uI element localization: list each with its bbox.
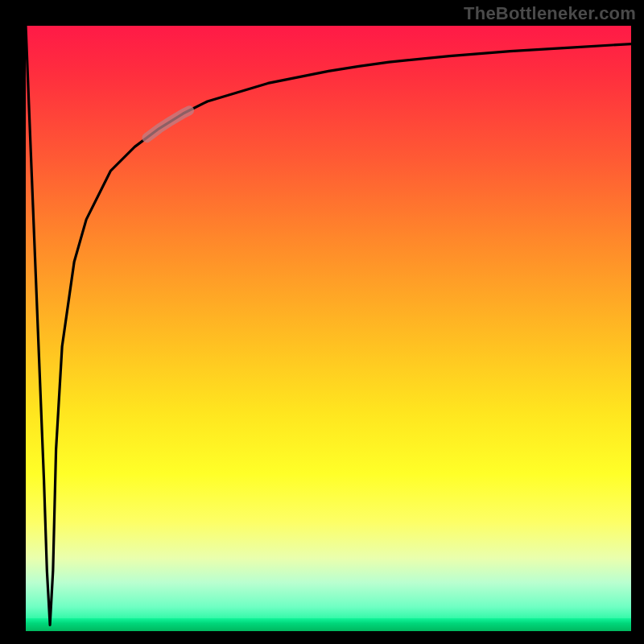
curve-layer	[26, 26, 631, 631]
highlight-segment	[147, 110, 189, 138]
main-curve	[26, 26, 631, 625]
watermark-text: TheBottleneker.com	[464, 3, 636, 24]
chart-frame: TheBottleneker.com	[0, 0, 644, 644]
